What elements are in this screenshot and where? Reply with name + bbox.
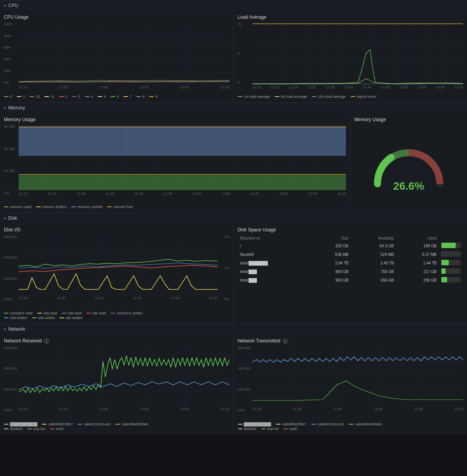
cpu-usage-panel: CPU Usage 100% 80% 60% 40% 20% 0% — [0, 11, 234, 102]
legend-color-7 — [123, 96, 128, 97]
legend-1m: 1m load average — [238, 95, 270, 99]
legend-tx-enp: enp7s0 — [261, 427, 279, 431]
network-panel-grid: Network Received ℹ 750 kb/s 500 kb/s 250… — [0, 334, 467, 435]
legend-color-mem-used — [4, 206, 9, 207]
disk-panel-grid: Disk I/O 600 kb/s 400 kb/s 200 kb/s 0 B/… — [0, 223, 467, 324]
legend-nr-enp: enp7s0 — [27, 427, 45, 431]
disk-row-mnt3: /mnt/███ 983 GB 694 GB 290 GB — [238, 276, 463, 284]
disk-io-y-labels: 600 kb/s 400 kb/s 200 kb/s 0 B/s — [4, 235, 19, 301]
legend-item-6: 6 — [111, 95, 119, 99]
col-size: Size — [310, 235, 351, 242]
disk-io-x-labels: 11:20 11:30 11:40 11:50 12:00 12:10 — [4, 296, 230, 300]
legend-color-8 — [136, 96, 141, 97]
net-received-svg-wrapper — [19, 346, 230, 406]
legend-nvme-read: nvme0n1 read — [4, 311, 33, 315]
disk-section: ▾ Disk Disk I/O 600 kb/s 400 kb/s 200 kb… — [0, 213, 467, 324]
legend-item-1: 1 — [17, 95, 25, 99]
cpu-usage-legend: 0 1 10 11 2 — [4, 95, 230, 99]
disk-table-header: Mounted on Size Available Used — [238, 235, 463, 242]
legend-color-1 — [17, 96, 21, 97]
legend-item-0: 0 — [4, 95, 12, 99]
info-icon: ℹ — [44, 338, 49, 344]
legend-15m: 15m load average — [312, 95, 346, 99]
net-received-svg — [19, 346, 230, 406]
legend-sdc-read: sdc read — [86, 311, 106, 315]
memory-section-title: Memory — [8, 105, 25, 111]
disk-row-boot: /boot/efi 536 MB 529 MB 6.37 MB — [238, 250, 463, 259]
legend-tx-cali4: cali44216241443 — [311, 422, 344, 426]
legend-color-9 — [149, 96, 154, 97]
network-transmitted-title: Network Transmitted ℹ — [238, 338, 463, 344]
svg-marker-43 — [19, 127, 346, 156]
svg-marker-44 — [19, 175, 346, 190]
legend-nvme-written: nvme0n1 written — [111, 311, 142, 315]
cpu-panel-grid: CPU Usage 100% 80% 60% 40% 20% 0% — [0, 11, 467, 102]
net-tx-svg — [253, 346, 463, 406]
col-bar — [439, 235, 463, 242]
disk-io-y2-labels: 2% 1% 0% — [218, 235, 230, 301]
cpu-usage-x-labels: 11:20 11:30 11:40 11:50 12:00 12:10 — [4, 85, 230, 89]
cpu-section-title: CPU — [8, 3, 18, 8]
cpu-usage-svg-wrapper — [19, 22, 230, 85]
network-section-title: Network — [8, 326, 25, 332]
load-average-x-labels: 11:15 11:20 11:25 11:30 11:35 11:40 11:4… — [238, 85, 463, 89]
disk-row-mnt1: /mnt/███████ 3.94 TB 2.49 TB 1.44 TB — [238, 259, 463, 267]
legend-color-0 — [4, 96, 9, 97]
network-section-header[interactable]: ▾ Network — [0, 324, 467, 334]
legend-item-7: 7 — [123, 95, 132, 99]
legend-color-mem-buffers — [36, 206, 41, 207]
disk-row-root: / 250 GB 64.9 GB 185 GB — [238, 242, 463, 250]
legend-item-4: 4 — [85, 95, 93, 99]
cpu-chevron-icon: ▾ — [4, 4, 6, 8]
legend-tx-cali0: cali0efb922f8c7 — [276, 422, 307, 426]
legend-nr-anon: ███████████ — [4, 422, 37, 426]
legend-sdb-read: sdb read — [62, 311, 82, 315]
legend-sdc-written: sdc written — [60, 316, 83, 320]
legend-nr-docker: docker0 — [4, 427, 23, 431]
legend-color-logical — [351, 96, 355, 97]
memory-chevron-icon: ▾ — [4, 106, 6, 110]
legend-tx-anon: ███████████ — [238, 422, 271, 426]
net-tx-svg-wrapper — [253, 346, 463, 406]
legend-nr-tunl: tunl0 — [50, 427, 64, 431]
memory-x-labels: 11:15 11:20 11:25 11:30 11:35 11:40 11:4… — [4, 192, 346, 196]
disk-io-panel: Disk I/O 600 kb/s 400 kb/s 200 kb/s 0 B/… — [0, 223, 234, 324]
network-transmitted-panel: Network Transmitted ℹ 300 kb/s 200 kb/s … — [234, 334, 467, 435]
disk-io-legend1: nvme0n1 read sda read sdb read sdc read … — [4, 311, 230, 315]
cpu-section-header[interactable]: ▾ CPU — [0, 0, 467, 11]
legend-logical-cores: logical cores — [351, 95, 376, 99]
legend-color-2 — [59, 96, 64, 97]
cpu-usage-y-labels: 100% 80% 60% 40% 20% 0% — [4, 22, 19, 85]
legend-mem-cached: memory cached — [71, 205, 102, 209]
cpu-usage-chart: 100% 80% 60% 40% 20% 0% — [4, 22, 230, 92]
disk-space-panel: Disk Space Usage Mounted on Size Availab… — [234, 223, 467, 324]
load-average-svg-wrapper — [253, 22, 463, 85]
network-received-title: Network Received ℹ — [4, 338, 230, 344]
legend-tx-calie: calie309e055be9 — [349, 422, 382, 426]
net-tx-legend-row2: docker0 enp7s0 tunl0 — [238, 427, 463, 431]
disk-space-title: Disk Space Usage — [238, 227, 463, 233]
memory-legend: memory used memory buffers memory cached… — [4, 205, 346, 209]
legend-color-5 — [98, 96, 102, 97]
legend-sdb-written: sdb written — [32, 316, 55, 320]
net-received-chart: 750 kb/s 500 kb/s 250 kb/s 0 b/s — [4, 346, 230, 420]
legend-color-5m — [275, 96, 279, 97]
legend-item-2: 2 — [59, 95, 67, 99]
disk-section-header[interactable]: ▾ Disk — [0, 213, 467, 223]
cpu-usage-svg — [19, 22, 230, 85]
legend-mem-free: memory free — [107, 205, 133, 209]
legend-color-1m — [238, 96, 242, 97]
legend-color-mem-cached — [71, 206, 76, 207]
load-average-legend: 1m load average 5m load average 15m load… — [238, 95, 463, 99]
legend-mem-buffers: memory buffers — [36, 205, 67, 209]
legend-nr-cali4: cali44216241443 — [77, 422, 111, 426]
legend-sda-written: sda written — [4, 316, 27, 320]
load-average-chart: 10 5 0 — [238, 22, 463, 92]
legend-tx-docker: docker0 — [238, 427, 256, 431]
legend-item-10: 10 — [30, 95, 40, 99]
memory-section-header[interactable]: ▾ Memory — [0, 102, 467, 113]
memory-gauge-panel: Memory Usage 26.6% — [350, 113, 467, 213]
memory-svg-wrapper — [19, 125, 346, 191]
cpu-usage-title: CPU Usage — [4, 14, 230, 20]
legend-nr-calie: calie309e055be9 — [115, 422, 148, 426]
